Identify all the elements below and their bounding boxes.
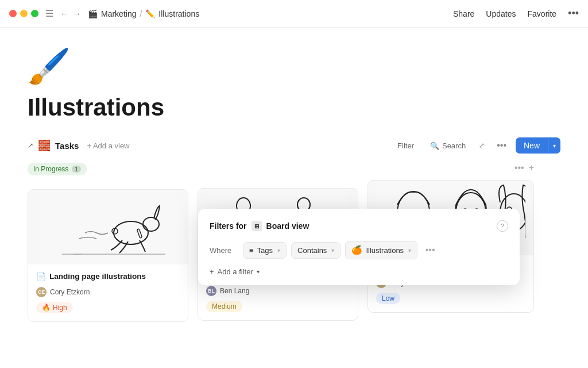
tasks-label: Tasks	[55, 141, 79, 151]
expand-icon[interactable]: ⤢	[476, 139, 488, 152]
column-header-3: ••• +	[368, 163, 534, 173]
avatar-2: BL	[206, 286, 216, 296]
traffic-lights	[9, 10, 38, 17]
updates-button[interactable]: Updates	[486, 9, 516, 18]
task-card-image-1	[28, 190, 188, 264]
page-icon: 🖌️	[28, 46, 560, 87]
assignee-name-2: Ben Lang	[220, 287, 249, 295]
filter-operator-select[interactable]: Contains ▾	[291, 242, 341, 259]
doc-icon-1: 📄	[36, 272, 46, 281]
status-label: In Progress	[33, 165, 68, 173]
add-filter-chevron-icon: ▾	[257, 269, 260, 275]
close-button[interactable]	[9, 10, 17, 17]
filter-value-label: Illustrations	[366, 246, 404, 255]
toolbar-right: Filter 🔍 Search ⤢ ••• New ▾	[392, 137, 560, 154]
tasks-emoji-icon: 🧱	[38, 139, 51, 152]
status-count: 1	[72, 166, 81, 172]
filter-where-label: Where	[210, 246, 238, 255]
filter-operator-label: Contains	[297, 246, 327, 255]
more-options-button[interactable]: •••	[492, 137, 511, 154]
task-assignee-2: BL Ben Lang	[206, 286, 350, 296]
filter-popup-title-text: Filters for	[210, 221, 247, 231]
breadcrumb-current: Illustrations	[158, 9, 199, 18]
filter-popup-title: Filters for ⊞ Board view	[210, 221, 309, 231]
priority-badge-low: Low	[376, 293, 400, 304]
forward-arrow-icon[interactable]: →	[73, 9, 81, 18]
filter-help-button[interactable]: ?	[497, 220, 508, 232]
priority-icon-high: 🔥	[42, 304, 51, 312]
task-title-1: Landing page illustrations	[49, 271, 146, 282]
toolbar: ↗ 🧱 Tasks + Add a view Filter 🔍 Search ⤢…	[28, 137, 560, 154]
hamburger-icon[interactable]: ☰	[45, 8, 53, 19]
new-button[interactable]: New ▾	[516, 137, 560, 154]
search-button[interactable]: 🔍 Search	[424, 139, 471, 153]
operator-chevron-icon: ▾	[331, 247, 334, 254]
column-header-1: In Progress 1	[28, 163, 188, 182]
fullscreen-button[interactable]	[31, 10, 38, 17]
nav-arrows: ← →	[60, 9, 81, 18]
priority-label-medium: Medium	[212, 302, 237, 310]
filter-value-tag-icon: 🍊	[351, 245, 362, 255]
minimize-button[interactable]	[20, 10, 28, 17]
add-filter-button[interactable]: + Add a filter ▾	[210, 267, 508, 276]
field-chevron-icon: ▾	[277, 247, 280, 254]
favorite-button[interactable]: Favorite	[528, 9, 557, 18]
column-header-2	[198, 163, 358, 181]
value-chevron-icon: ▾	[408, 247, 411, 254]
status-badge-in-progress: In Progress 1	[28, 163, 87, 175]
back-arrow-icon[interactable]: ←	[60, 9, 68, 18]
page-title: Illustrations	[28, 94, 560, 121]
column-add-icon[interactable]: +	[529, 163, 534, 173]
share-button[interactable]: Share	[453, 9, 474, 18]
filter-popup-view-label: Board view	[266, 221, 310, 231]
column-more-icon[interactable]: •••	[514, 163, 524, 173]
add-filter-plus-icon: +	[210, 267, 214, 276]
breadcrumb-marketing-icon: 🎬	[88, 9, 98, 18]
filter-field-select[interactable]: ≡ Tags ▾	[243, 242, 287, 259]
assignee-name-1: Cory Etzkorn	[50, 288, 90, 296]
add-filter-label: Add a filter	[218, 267, 253, 276]
search-icon: 🔍	[430, 141, 439, 150]
breadcrumb-separator: /	[140, 9, 142, 18]
priority-label-low: Low	[382, 294, 394, 302]
toolbar-left: ↗ 🧱 Tasks + Add a view	[28, 139, 133, 152]
column-actions-right: ••• +	[514, 163, 534, 173]
avatar-1: CE	[36, 287, 47, 297]
main-content: 🖌️ Illustrations ↗ 🧱 Tasks + Add a view …	[0, 28, 588, 322]
board-column-1: In Progress 1	[28, 163, 188, 322]
filter-popup: Filters for ⊞ Board view ? Where ≡ Tags …	[198, 209, 520, 285]
breadcrumb-illustrations-icon: ✏️	[145, 9, 155, 18]
task-title-row-1: 📄 Landing page illustrations	[36, 271, 180, 282]
filter-popup-header: Filters for ⊞ Board view ?	[210, 220, 508, 232]
filter-row-more-button[interactable]: •••	[422, 242, 438, 258]
filter-field-label: Tags	[257, 246, 273, 255]
titlebar-more-icon[interactable]: •••	[568, 7, 579, 20]
task-card-1[interactable]: 📄 Landing page illustrations CE Cory Etz…	[28, 189, 188, 322]
link-icon: ↗	[28, 141, 33, 150]
filter-button[interactable]: Filter	[392, 139, 420, 153]
add-view-button[interactable]: + Add a view	[83, 139, 133, 152]
priority-badge-medium: Medium	[206, 301, 242, 312]
task-card-info-1: 📄 Landing page illustrations CE Cory Etz…	[28, 264, 188, 321]
board-view-icon: ⊞	[252, 221, 262, 231]
priority-badge-high: 🔥 High	[36, 302, 73, 313]
titlebar-actions: Share Updates Favorite •••	[453, 7, 579, 20]
new-button-label: New	[516, 137, 548, 154]
tags-icon: ≡	[249, 246, 254, 255]
new-button-chevron-icon[interactable]: ▾	[548, 139, 560, 152]
svg-rect-0	[39, 190, 177, 264]
filter-row: Where ≡ Tags ▾ Contains ▾ 🍊 Illustration…	[210, 241, 508, 259]
priority-label-high: High	[53, 304, 67, 312]
task-assignee-1: CE Cory Etzkorn	[36, 287, 180, 297]
breadcrumb-parent[interactable]: Marketing	[101, 9, 136, 18]
breadcrumb: 🎬 Marketing / ✏️ Illustrations	[88, 9, 199, 18]
filter-value-select[interactable]: 🍊 Illustrations ▾	[345, 241, 417, 259]
titlebar: ☰ ← → 🎬 Marketing / ✏️ Illustrations Sha…	[0, 0, 588, 28]
